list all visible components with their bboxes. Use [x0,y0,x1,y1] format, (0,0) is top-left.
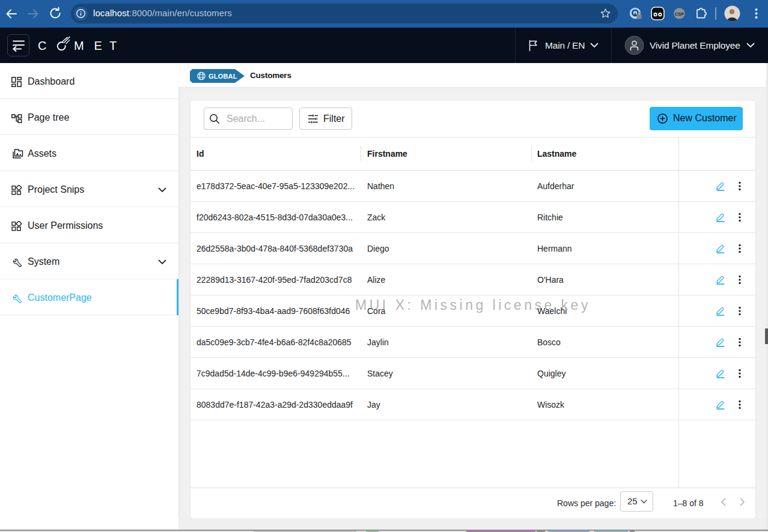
svg-text:M: M [74,39,84,52]
svg-text:GLOBAL: GLOBAL [209,73,237,80]
svg-text:T: T [109,39,117,52]
svg-text:CSP: CSP [675,11,684,17]
svg-text:E: E [94,39,102,52]
svg-text:C: C [38,39,46,52]
